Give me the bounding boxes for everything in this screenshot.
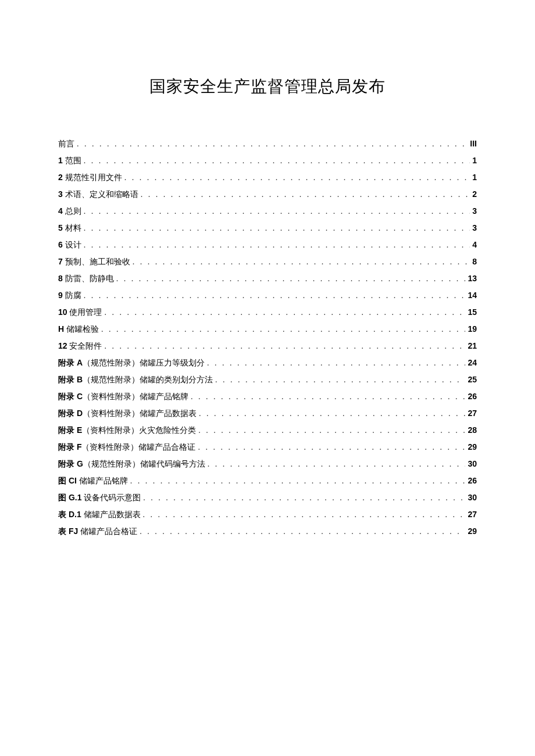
toc-page-number: 28 — [468, 422, 477, 438]
toc-label: H 储罐检验 — [58, 321, 99, 338]
toc-label: 图 CI 储罐产品铭牌 — [58, 472, 128, 489]
toc-page-number: 2 — [472, 186, 477, 202]
toc-leader-dots — [198, 422, 465, 439]
toc-entry: 附录 G（规范性附录）储罐代码编号方法30 — [58, 456, 477, 472]
toc-prefix: 2 — [58, 173, 65, 182]
toc-page-number: 27 — [468, 405, 477, 421]
toc-prefix: 9 — [58, 291, 65, 300]
toc-prefix: 10 — [58, 307, 69, 317]
toc-entry: 6 设计4 — [58, 237, 477, 253]
toc-label: 7 预制、施工和验收 — [58, 253, 130, 270]
toc-page-number: 24 — [468, 354, 477, 371]
toc-page-number: 30 — [468, 456, 477, 472]
toc-text: （资料性附录）火灾危险性分类 — [82, 426, 196, 435]
toc-prefix: 附录 B — [58, 375, 83, 384]
toc-label: 9 防腐 — [58, 287, 81, 304]
toc-entry: 附录 A（规范性附录）储罐压力等级划分24 — [58, 354, 477, 371]
toc-entry: 附录 B（规范性附录）储罐的类别划分方法25 — [58, 371, 477, 388]
toc-entry: 3 术语、定义和缩略语2 — [58, 186, 477, 203]
toc-entry: 附录 D（资料性附录）储罐产品数据表27 — [58, 405, 477, 422]
toc-prefix: 表 D.1 — [58, 510, 84, 519]
toc-prefix: 表 FJ — [58, 526, 80, 536]
toc-prefix: 8 — [58, 274, 65, 283]
toc-label: 表 D.1 储罐产品数据表 — [58, 506, 141, 523]
toc-prefix: 7 — [58, 257, 65, 266]
toc-entry: 1 范围1 — [58, 152, 477, 169]
toc-label: 10 使用管理 — [58, 304, 102, 321]
toc-label: 附录 C（资料性附录）储罐产品铭牌 — [58, 388, 188, 405]
toc-page-number: 13 — [468, 270, 477, 286]
toc-page-number: 26 — [468, 388, 477, 404]
toc-page-number: 1 — [472, 152, 477, 169]
toc-entry: 前言III — [58, 135, 477, 152]
toc-text: 术语、定义和缩略语 — [65, 190, 138, 199]
toc-text: （资料性附录）储罐产品数据表 — [83, 409, 197, 418]
toc-text: 防腐 — [65, 291, 81, 300]
toc-leader-dots — [104, 304, 465, 321]
toc-text: （资料性附录）储罐产品铭牌 — [83, 392, 188, 401]
toc-entry: 图 CI 储罐产品铭牌26 — [58, 472, 477, 489]
toc-entry: 附录 E（资料性附录）火灾危险性分类28 — [58, 422, 477, 439]
toc-text: 使用管理 — [69, 308, 102, 317]
toc-label: 12 安全附件 — [58, 338, 102, 354]
toc-entry: 12 安全附件21 — [58, 338, 477, 354]
toc-prefix: 附录 F — [58, 442, 81, 452]
toc-leader-dots — [198, 439, 465, 456]
toc-page-number: 1 — [472, 169, 477, 185]
toc-entry: 5 材料3 — [58, 220, 477, 237]
toc-entry: H 储罐检验19 — [58, 321, 477, 338]
toc-text: 防雷、防静电 — [65, 274, 114, 283]
toc-text: （资料性附录）储罐产品合格证 — [81, 443, 195, 452]
toc-text: （规范性附录）储罐代码编号方法 — [83, 460, 205, 468]
toc-label: 2 规范性引用文件 — [58, 169, 122, 186]
toc-text: 预制、施工和验收 — [65, 257, 130, 266]
toc-label: 4 总则 — [58, 203, 81, 220]
document-title: 国家安全生产监督管理总局发布 — [58, 76, 477, 98]
toc-page-number: 3 — [472, 203, 477, 219]
toc-text: 设备代码示意图 — [84, 493, 141, 502]
toc-page-number: 21 — [468, 338, 477, 354]
toc-label: 5 材料 — [58, 220, 81, 237]
toc-entry: 附录 F（资料性附录）储罐产品合格证29 — [58, 439, 477, 456]
toc-prefix: 图 CI — [58, 476, 79, 485]
toc-leader-dots — [84, 288, 466, 304]
toc-leader-dots — [199, 406, 465, 422]
toc-prefix: 1 — [58, 156, 65, 165]
toc-text: 储罐产品铭牌 — [79, 476, 128, 485]
toc-entry: 9 防腐14 — [58, 287, 477, 304]
toc-page-number: 14 — [468, 287, 477, 303]
toc-page-number: 4 — [472, 237, 477, 253]
toc-leader-dots — [133, 254, 470, 270]
toc-entry: 7 预制、施工和验收8 — [58, 253, 477, 270]
toc-leader-dots — [77, 136, 468, 152]
toc-page-number: 15 — [468, 304, 477, 320]
toc-label: 表 FJ 储罐产品合格证 — [58, 523, 137, 540]
toc-entry: 表 D.1 储罐产品数据表27 — [58, 506, 477, 523]
toc-entry: 表 FJ 储罐产品合格证29 — [58, 523, 477, 540]
toc-page-number: 30 — [468, 489, 477, 506]
toc-page-number: 29 — [468, 439, 477, 455]
toc-text: 规范性引用文件 — [65, 173, 122, 182]
toc-page-number: 3 — [472, 220, 477, 236]
toc-label: 图 G.1 设备代码示意图 — [58, 489, 141, 506]
toc-leader-dots — [207, 355, 465, 371]
toc-leader-dots — [101, 321, 465, 338]
toc-entry: 8 防雷、防静电13 — [58, 270, 477, 287]
toc-page-number: 26 — [468, 472, 477, 489]
toc-label: 1 范围 — [58, 152, 81, 169]
toc-leader-dots — [143, 507, 466, 523]
toc-label: 3 术语、定义和缩略语 — [58, 186, 138, 203]
toc-leader-dots — [116, 271, 466, 287]
toc-prefix: 5 — [58, 223, 65, 232]
toc-prefix: 附录 D — [58, 409, 83, 418]
toc-text: 储罐产品合格证 — [80, 527, 137, 536]
toc-page-number: 19 — [468, 321, 477, 337]
toc-label: 前言 — [58, 136, 74, 152]
toc-text: （规范性附录）储罐的类别划分方法 — [83, 375, 213, 384]
toc-prefix: 附录 G — [58, 459, 83, 468]
toc-prefix: 4 — [58, 206, 65, 216]
toc-text: 前言 — [58, 139, 74, 148]
toc-prefix: 附录 C — [58, 392, 83, 401]
toc-label: 附录 F（资料性附录）储罐产品合格证 — [58, 439, 195, 456]
toc-text: 安全附件 — [69, 342, 102, 350]
